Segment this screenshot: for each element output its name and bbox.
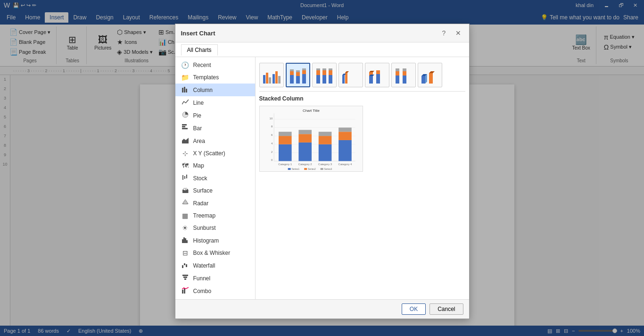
treemap-icon: ▦ [181,212,190,219]
chart-type-templates[interactable]: 📁 Templates [175,71,255,84]
dialog-footer: OK Cancel [175,299,469,319]
svg-rect-88 [298,134,312,143]
svg-text:4: 4 [271,142,272,145]
svg-text:6: 6 [271,134,272,136]
dialog-close-button[interactable]: ✕ [453,28,463,38]
chart-type-bar[interactable]: Bar [175,122,255,134]
chart-type-waterfall[interactable]: Waterfall [175,259,255,272]
svg-rect-21 [183,277,187,278]
svg-rect-45 [322,68,326,70]
svg-rect-17 [182,265,183,268]
chart-preview: Chart Title 0 2 4 6 8 10 [259,106,363,172]
chart-subtypes [259,61,465,92]
chart-type-line[interactable]: Line [175,96,255,109]
svg-rect-27 [269,77,271,84]
chart-type-funnel[interactable]: Funnel [175,272,255,285]
svg-rect-68 [429,73,433,84]
svg-rect-1 [184,87,185,92]
subtype-3d-column[interactable] [418,63,442,87]
subtype-clustered[interactable] [259,63,284,87]
chart-type-radar[interactable]: Radar [175,197,255,210]
stock-icon [181,174,190,182]
chart-type-column[interactable]: Column [175,84,255,96]
dialog-title-buttons: ? ✕ [439,28,463,38]
svg-text:Category 2: Category 2 [298,163,312,166]
templates-icon: 📁 [181,74,190,81]
svg-text:Chart Title: Chart Title [303,109,320,113]
svg-text:Series2: Series2 [308,168,316,170]
funnel-icon [181,274,190,282]
chart-type-area[interactable]: Area [175,134,255,147]
cancel-button[interactable]: Cancel [429,303,463,315]
combo-icon [181,287,190,295]
svg-rect-36 [296,70,300,72]
scatter-icon: ⊹ [181,150,190,157]
svg-rect-100 [288,168,290,170]
svg-rect-47 [329,70,332,75]
subtype-3d-stacked[interactable] [365,63,389,87]
chart-right-panel: Stacked Column Chart Title 0 2 4 6 [256,57,469,299]
waterfall-icon [181,261,190,269]
svg-rect-39 [302,68,306,70]
chart-type-recent[interactable]: 🕐 Recent [175,59,255,71]
svg-rect-4 [182,124,187,126]
dialog-body: 🕐 Recent 📁 Templates Column [175,57,469,299]
svg-rect-92 [318,132,331,136]
svg-rect-89 [298,130,312,134]
svg-rect-31 [290,75,294,84]
svg-marker-56 [369,71,374,72]
map-icon: 🗺 [181,162,190,169]
svg-text:8: 8 [271,125,272,128]
svg-rect-46 [329,75,332,84]
chart-type-histogram[interactable]: Histogram [175,234,255,247]
svg-text:Series3: Series3 [324,168,332,170]
svg-rect-65 [421,76,425,84]
svg-rect-30 [278,76,281,84]
svg-marker-52 [345,71,349,73]
chart-type-combo[interactable]: Combo [175,285,255,297]
svg-rect-84 [279,144,292,161]
dialog-help-button[interactable]: ? [439,28,449,38]
chart-type-pie[interactable]: Pie [175,109,255,122]
svg-rect-18 [184,263,185,265]
svg-rect-34 [296,76,300,84]
line-icon [181,99,190,107]
chart-type-sunburst[interactable]: ☀ Sunburst [175,222,255,234]
svg-rect-37 [302,74,306,84]
svg-rect-53 [369,76,373,84]
subtype-stacked[interactable] [286,63,310,87]
svg-rect-35 [296,72,300,76]
subtype-100-stacked[interactable] [312,63,337,87]
insert-chart-dialog: Insert Chart ? ✕ All Charts 🕐 Recent 📁 T… [175,24,470,319]
chart-type-surface[interactable]: 🏔 Surface [175,185,255,197]
chart-type-map[interactable]: 🗺 Map [175,160,255,172]
svg-rect-95 [339,127,352,132]
svg-rect-48 [329,68,332,70]
chart-type-scatter[interactable]: ⊹ X Y (Scatter) [175,147,255,160]
svg-rect-43 [322,75,326,84]
svg-rect-26 [266,73,268,84]
histogram-icon [181,236,190,244]
svg-rect-93 [339,140,352,161]
subtype-3d-100-stacked[interactable] [391,63,416,87]
column-icon [181,86,190,94]
chart-type-box-whisker[interactable]: ⊟ Box & Whisker [175,247,255,259]
pie-icon [181,111,190,119]
svg-rect-94 [339,132,352,140]
all-charts-tab[interactable]: All Charts [181,44,218,56]
subtype-3d-clustered[interactable] [339,63,363,87]
chart-type-stock[interactable]: Stock [175,172,255,185]
svg-rect-90 [318,144,331,161]
surface-icon: 🏔 [181,187,190,194]
svg-rect-33 [290,69,294,71]
chart-type-treemap[interactable]: ▦ Treemap [175,210,255,222]
dialog-title-bar: Insert Chart ? ✕ [175,24,469,42]
svg-rect-24 [184,288,185,294]
svg-text:Category 3: Category 3 [318,163,332,166]
svg-rect-38 [302,70,306,74]
ok-button[interactable]: OK [402,303,426,315]
svg-rect-58 [376,70,380,74]
svg-rect-44 [322,70,326,75]
sunburst-icon: ☀ [181,224,190,232]
svg-rect-25 [263,75,265,84]
